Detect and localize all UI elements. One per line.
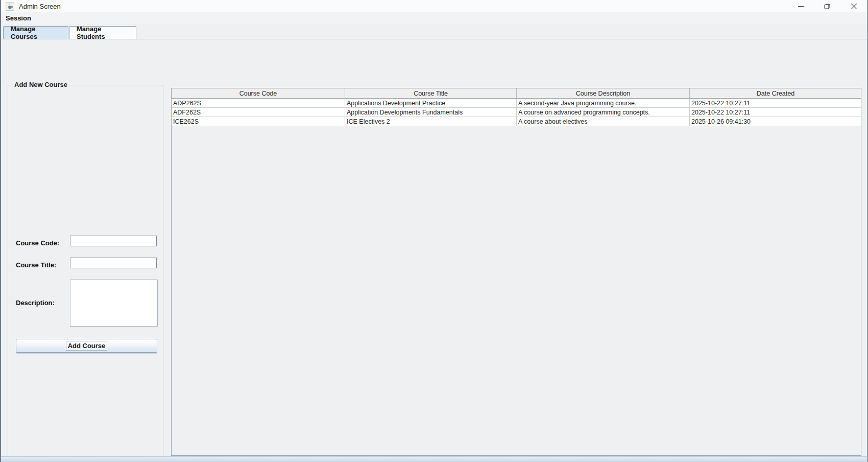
courses-table: Course Code Course Title Course Descript…	[171, 88, 861, 456]
table-body: ADP262SApplications Development Practice…	[172, 99, 861, 126]
column-header-course-title[interactable]: Course Title	[345, 88, 517, 98]
table-cell: ICE262S	[172, 117, 345, 126]
group-title: Add New Course	[12, 81, 69, 88]
table-row[interactable]: ADF262SApplication Developments Fundamen…	[172, 108, 861, 117]
table-cell: 2025-10-22 10:27:11	[690, 99, 861, 107]
close-button[interactable]	[840, 0, 867, 12]
table-cell: ADP262S	[172, 99, 345, 107]
table-cell: A course on advanced programming concept…	[517, 108, 690, 117]
title-bar: Admin Screen	[1, 0, 867, 12]
table-cell: A second-year Java programming course.	[517, 99, 690, 107]
column-header-course-description[interactable]: Course Description	[517, 88, 690, 98]
column-header-date-created[interactable]: Date Created	[690, 88, 861, 98]
java-cup-icon	[6, 2, 14, 11]
table-cell: 2025-10-26 09:41:30	[690, 117, 861, 126]
add-new-course-group: Add New Course Course Code: Course Title…	[8, 85, 163, 462]
course-title-input[interactable]	[70, 258, 157, 268]
minimize-button[interactable]	[787, 0, 814, 12]
add-course-button[interactable]: Add Course	[16, 339, 157, 353]
table-cell: ADF262S	[172, 108, 345, 117]
table-cell: A course about electives	[517, 117, 690, 126]
window-bottom-border	[1, 456, 867, 462]
menu-session[interactable]: Session	[1, 12, 36, 24]
menu-bar: Session	[1, 12, 867, 24]
tab-manage-courses[interactable]: Manage Courses	[3, 26, 68, 39]
table-row[interactable]: ADP262SApplications Development Practice…	[172, 99, 861, 108]
table-header: Course Code Course Title Course Descript…	[172, 88, 861, 99]
window-title: Admin Screen	[19, 3, 61, 10]
tab-manage-students[interactable]: Manage Students	[69, 26, 136, 39]
table-cell: ICE Electives 2	[345, 117, 517, 126]
course-code-input[interactable]	[70, 236, 157, 246]
description-input[interactable]	[70, 280, 158, 327]
column-header-course-code[interactable]: Course Code	[172, 88, 345, 98]
app-window: Admin Screen Session Manage Courses Mana…	[0, 0, 868, 462]
table-cell: 2025-10-22 10:27:11	[690, 108, 861, 117]
add-course-button-label: Add Course	[66, 341, 108, 351]
manage-courses-panel: Add New Course Course Code: Course Title…	[1, 39, 867, 456]
table-cell: Application Developments Fundamentals	[345, 108, 517, 117]
course-title-label: Course Title:	[16, 261, 56, 269]
description-label: Description:	[16, 299, 55, 307]
table-row[interactable]: ICE262SICE Electives 2A course about ele…	[172, 117, 861, 126]
maximize-button[interactable]	[814, 0, 840, 12]
tab-strip: Manage Courses Manage Students	[1, 24, 867, 39]
course-code-label: Course Code:	[16, 239, 59, 247]
table-cell: Applications Development Practice	[345, 99, 517, 107]
